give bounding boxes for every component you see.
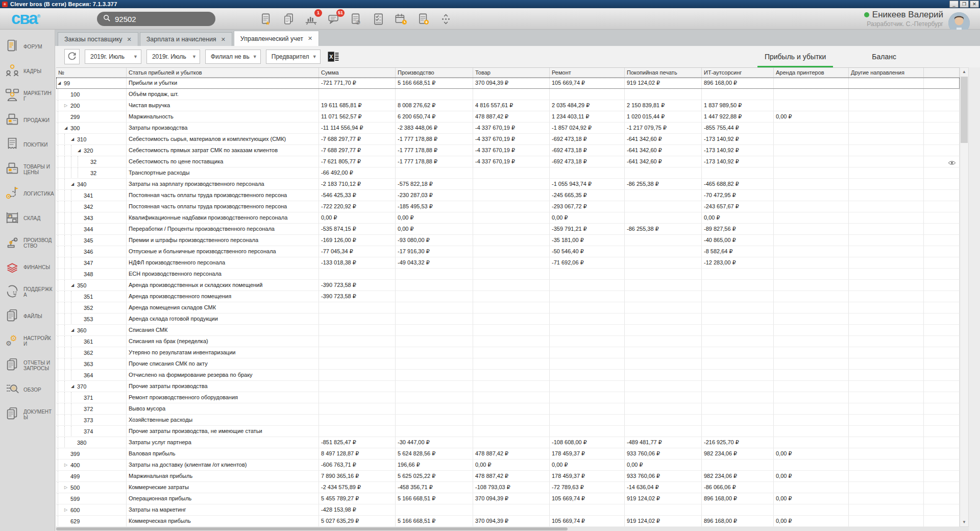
table-row[interactable]: 353Аренда склада готовой продукции xyxy=(56,313,960,325)
restore-button[interactable]: ❐ xyxy=(960,1,969,8)
sidebar-item-поддержка[interactable]: ПОДДЕРЖКА xyxy=(0,280,55,304)
tree-expand-icon[interactable]: ▷ xyxy=(64,463,70,467)
column-header[interactable]: Товар xyxy=(473,68,550,77)
column-header[interactable]: ИТ-аутсорсинг xyxy=(702,68,774,77)
visibility-eye-icon[interactable] xyxy=(924,156,960,167)
sidebar-item-кадры[interactable]: КАДРЫ xyxy=(0,59,55,84)
table-row[interactable]: 32Транспортные расходы-66 492,00 ₽ xyxy=(56,167,960,179)
scroll-down-icon[interactable]: ▼ xyxy=(960,518,968,526)
table-row[interactable]: 364Отчислено на формирование резерва по … xyxy=(56,370,960,381)
column-header[interactable]: Производство xyxy=(396,68,473,77)
tree-collapse-icon[interactable]: ◢ xyxy=(71,384,77,389)
period-from-dropdown[interactable]: 2019г. Июль▼ xyxy=(85,50,141,64)
table-row[interactable]: ◢370Прочие затраты производства xyxy=(56,381,960,392)
column-header[interactable]: Другие направления xyxy=(849,68,924,77)
table-row[interactable]: 372Вывоз мусора xyxy=(56,403,960,415)
table-row[interactable]: 345Премии и штрафы производственного пер… xyxy=(56,235,960,246)
table-row[interactable]: 342Постоянная часть оплаты труда произво… xyxy=(56,201,960,212)
close-button[interactable]: ✕ xyxy=(970,1,979,8)
branch-filter-dropdown[interactable]: Филиал не выбран▼ xyxy=(205,50,261,64)
sidebar-item-продажи[interactable]: ПРОДАЖИ xyxy=(0,108,55,133)
table-row[interactable]: 374Прочие затраты производства, не имеющ… xyxy=(56,426,960,437)
minimize-button[interactable]: _ xyxy=(949,1,959,8)
sidebar-item-файлы[interactable]: ФАЙЛЫ xyxy=(0,304,55,329)
table-row[interactable]: ▷400Затраты на доставку (клиентам /от кл… xyxy=(56,460,960,471)
user-block[interactable]: Еникеев Валерий Разработчик. С.-Петербур… xyxy=(864,10,943,28)
favorites-doc-icon[interactable]: ★ xyxy=(259,12,273,26)
table-row[interactable]: 362Утеряно по результатам инвентаризации xyxy=(56,347,960,358)
scroll-up-icon[interactable]: ▲ xyxy=(960,68,968,76)
table-row[interactable]: ◢360Списания СМК xyxy=(56,325,960,336)
tab-зарплата-и-начисления[interactable]: Зарплата и начисления✕ xyxy=(140,32,232,46)
messages-icon[interactable]: 51 xyxy=(327,12,340,26)
table-row[interactable]: 373Хозяйственные расходы xyxy=(56,415,960,426)
close-icon[interactable]: ✕ xyxy=(127,36,132,43)
period-to-dropdown[interactable]: 2019г. Июль▼ xyxy=(146,50,200,64)
table-row[interactable]: 629Коммерческая прибыль5 027 635,29 ₽5 1… xyxy=(56,516,960,527)
table-row[interactable]: ◢320Себестоимость прямых затрат СМК по з… xyxy=(56,145,960,156)
dashboard-icon[interactable]: 1 xyxy=(304,12,318,26)
sidebar-item-производство[interactable]: ПРОИЗВОДСТВО xyxy=(0,231,55,255)
column-header[interactable]: Покопийная печать xyxy=(625,68,702,77)
doc-phone-icon[interactable]: ✆ xyxy=(349,12,363,26)
column-header[interactable]: № xyxy=(56,68,127,77)
add-doc-icon[interactable] xyxy=(416,12,430,26)
tree-expand-icon[interactable]: ▷ xyxy=(64,485,70,490)
column-header[interactable]: Ремонт xyxy=(550,68,625,77)
table-row[interactable]: 351Аренда производственного помещения-39… xyxy=(56,291,960,302)
table-row[interactable]: 599Операционная прибыль5 455 789,27 ₽5 1… xyxy=(56,493,960,504)
table-row[interactable]: 299Маржинальность11 071 562,57 ₽6 200 65… xyxy=(56,111,960,123)
table-row[interactable]: 361Списания на брак (переделка) xyxy=(56,336,960,347)
vertical-scrollbar[interactable]: ▲ ▼ xyxy=(960,67,969,527)
tree-collapse-icon[interactable]: ◢ xyxy=(71,283,77,287)
sidebar-item-склад[interactable]: СКЛАД xyxy=(0,206,55,231)
table-row[interactable]: 341Постоянная часть оплаты труда произво… xyxy=(56,190,960,201)
table-row[interactable]: 344Переработки / Проценты производственн… xyxy=(56,224,960,235)
horizontal-scrollbar[interactable] xyxy=(55,527,969,531)
checklist-icon[interactable] xyxy=(372,12,385,26)
tree-collapse-icon[interactable]: ◢ xyxy=(58,81,64,85)
excel-export-icon[interactable]: X xyxy=(326,49,341,64)
view-button-баланс[interactable]: Баланс xyxy=(865,46,903,67)
sidebar-item-форум[interactable]: ФОРУМ xyxy=(0,35,55,59)
tree-expand-icon[interactable]: ▷ xyxy=(64,103,70,108)
search-input[interactable]: 92502 xyxy=(115,15,136,23)
column-header[interactable]: Сумма xyxy=(319,68,396,77)
column-header[interactable] xyxy=(924,68,960,77)
more-icon[interactable] xyxy=(439,12,453,26)
tab-заказы-поставщику[interactable]: Заказы поставщику✕ xyxy=(58,32,138,46)
table-row[interactable]: ◢310Себестоимость сырья, материалов и ко… xyxy=(56,134,960,145)
sidebar-item-документы[interactable]: ДОКУМЕНТЫ xyxy=(0,402,55,427)
sidebar-item-отчеты-и-запросы[interactable]: ОТЧЕТЫ И ЗАПРОСЫ xyxy=(0,353,55,378)
table-row[interactable]: 371Ремонт производственного оборудования xyxy=(56,392,960,403)
calendar-clock-icon[interactable] xyxy=(394,12,408,26)
horizontal-scroll-thumb[interactable] xyxy=(56,527,568,530)
close-icon[interactable]: ✕ xyxy=(308,35,312,42)
table-row[interactable]: 343Квалификационные надбавки производств… xyxy=(56,212,960,224)
table-row[interactable]: 32Себестоимость по цене поставщика-7 621… xyxy=(56,156,960,167)
sidebar-item-обзор[interactable]: ОБЗОР xyxy=(0,378,55,402)
tree-collapse-icon[interactable]: ◢ xyxy=(71,328,77,332)
table-row[interactable]: 347НДФЛ производственного персонала-133 … xyxy=(56,257,960,269)
table-row[interactable]: 100Объём продаж, шт. xyxy=(56,89,960,100)
column-header[interactable]: Аренда принтеров xyxy=(774,68,849,77)
table-row[interactable]: 499Маржинальная прибыль7 890 365,16 ₽5 6… xyxy=(56,471,960,482)
sidebar-item-логистика[interactable]: ЛОГИСТИКА xyxy=(0,182,55,206)
table-row[interactable]: 380Затраты услуг партнера-851 825,47 ₽-3… xyxy=(56,437,960,448)
tree-collapse-icon[interactable]: ◢ xyxy=(71,182,77,186)
table-row[interactable]: 363Прочие списания СМК по акту xyxy=(56,358,960,370)
refresh-button[interactable] xyxy=(64,49,80,64)
tree-collapse-icon[interactable]: ◢ xyxy=(71,137,77,141)
tab-управленческий-учет[interactable]: Управленческий учет✕ xyxy=(234,31,319,46)
tree-expand-icon[interactable]: ▷ xyxy=(64,508,70,512)
view-button-прибыль-и-убытки[interactable]: Прибыль и убытки xyxy=(757,46,833,67)
table-row[interactable]: ◢300Затраты производства-11 114 556,94 ₽… xyxy=(56,123,960,134)
table-row[interactable]: ◢99Прибыли и убытки-721 771,70 ₽5 166 66… xyxy=(56,78,960,89)
table-row[interactable]: ◢350Аренда производственных и складских … xyxy=(56,280,960,291)
tree-collapse-icon[interactable]: ◢ xyxy=(78,148,84,153)
copy-docs-icon[interactable] xyxy=(282,12,296,26)
sidebar-item-финансы[interactable]: ФИНАНСЫ xyxy=(0,255,55,280)
table-row[interactable]: ▷600Затраты на маркетинг-428 153,98 ₽ xyxy=(56,504,960,516)
sidebar-item-маркетинг[interactable]: МАРКЕТИНГ xyxy=(0,84,55,108)
table-row[interactable]: 399Валовая прибыль8 497 128,87 ₽5 624 82… xyxy=(56,448,960,460)
